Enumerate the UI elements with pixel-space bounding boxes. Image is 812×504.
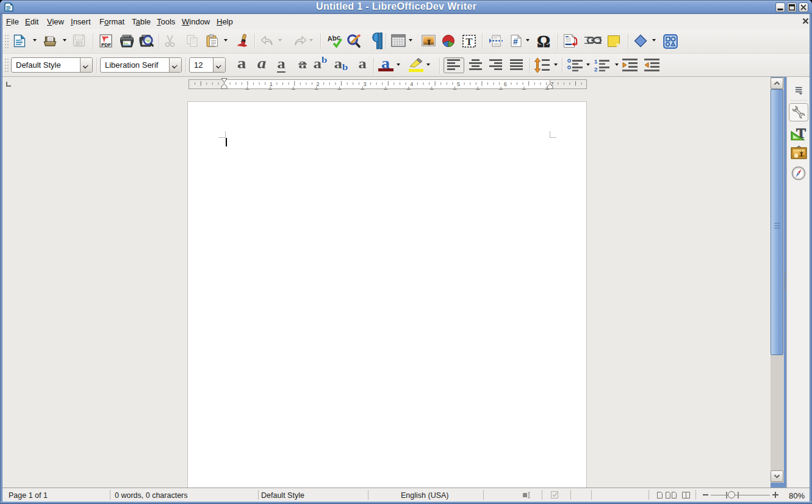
svg-text:Ω: Ω	[537, 34, 550, 49]
svg-text:4: 4	[410, 81, 413, 87]
svg-text:1: 1	[270, 81, 273, 87]
svg-text:PDF: PDF	[101, 42, 111, 48]
svg-text:2: 2	[594, 66, 597, 72]
svg-text:5: 5	[457, 81, 460, 87]
svg-text:6: 6	[504, 81, 507, 87]
svg-text:#: #	[513, 37, 518, 46]
svg-text:2: 2	[317, 81, 320, 87]
svg-text:3: 3	[363, 81, 366, 87]
svg-text:1: 1	[594, 59, 598, 65]
svg-text:T: T	[465, 36, 473, 48]
